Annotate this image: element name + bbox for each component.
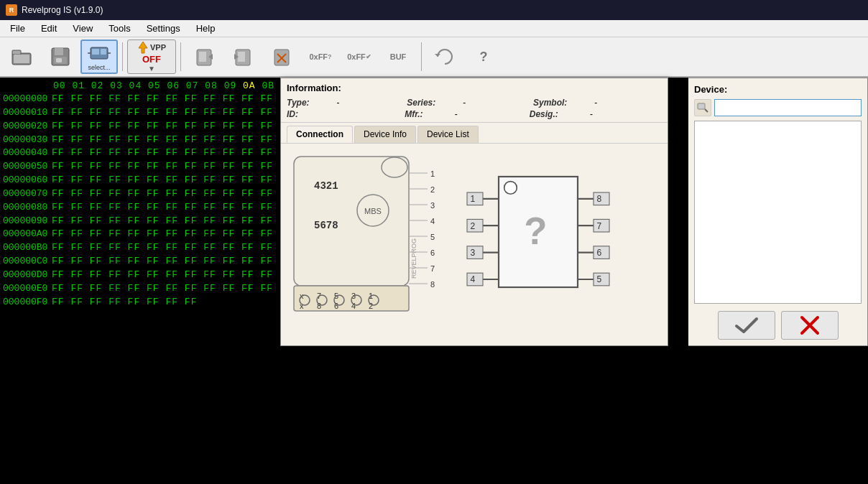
tab-device-info[interactable]: Device Info xyxy=(354,126,416,143)
svg-rect-9 xyxy=(101,49,106,55)
svg-text:6: 6 xyxy=(430,248,435,257)
svg-text:4: 4 xyxy=(470,274,475,284)
menu-help[interactable]: Help xyxy=(189,22,223,35)
read-icon xyxy=(193,47,216,67)
select-icon xyxy=(88,42,111,62)
erase-icon xyxy=(270,47,293,67)
menu-file[interactable]: File xyxy=(3,22,32,35)
verify1-icon: 0xFF? xyxy=(309,47,332,67)
write-icon xyxy=(231,47,254,67)
desig-label: Desig.: xyxy=(530,109,587,119)
toolbar-buf-button[interactable]: BUF xyxy=(379,39,417,74)
tab-device-list[interactable]: Device List xyxy=(417,126,479,143)
hex-addr: 00000060 xyxy=(3,174,52,187)
svg-point-63 xyxy=(504,182,517,195)
hex-addr: 000000A0 xyxy=(3,228,52,241)
svg-rect-4 xyxy=(55,48,63,55)
svg-text:5678: 5678 xyxy=(314,220,338,231)
device-list-area[interactable] xyxy=(694,121,862,304)
toolbar-vpp-button[interactable]: VPP OFF ▼ xyxy=(127,39,176,74)
toolbar-open-button[interactable] xyxy=(3,39,40,74)
hex-addr: 000000D0 xyxy=(3,269,52,282)
menu-view[interactable]: View xyxy=(65,22,100,35)
toolbar-help-button[interactable]: ? xyxy=(465,39,502,74)
save-icon xyxy=(49,47,72,67)
menu-settings[interactable]: Settings xyxy=(139,22,188,35)
symbol-label: Symbol: xyxy=(533,98,591,108)
symbol-value: - xyxy=(594,98,662,108)
series-label: Series: xyxy=(407,98,460,108)
svg-rect-6 xyxy=(56,58,62,62)
toolbar-sep-3 xyxy=(421,42,422,71)
tab-connection[interactable]: Connection xyxy=(287,126,353,143)
toolbar-verify2-button[interactable]: 0xFF✔ xyxy=(341,39,378,74)
svg-text:MBS: MBS xyxy=(364,207,382,215)
type-label: Type: xyxy=(287,98,333,108)
hex-addr: 000000C0 xyxy=(3,255,52,269)
info-row2: ID: Mfr.: - Desig.: - xyxy=(287,109,662,119)
svg-rect-17 xyxy=(238,52,245,62)
menu-tools[interactable]: Tools xyxy=(101,22,137,35)
vpp-label: VPP xyxy=(150,43,166,52)
tab-bar: Connection Device Info Device List xyxy=(281,123,668,144)
svg-marker-22 xyxy=(435,54,440,57)
svg-line-90 xyxy=(705,109,708,112)
hex-addr: 00000090 xyxy=(3,215,52,228)
svg-text:2: 2 xyxy=(430,185,435,194)
hex-addr: 000000B0 xyxy=(3,241,52,255)
device-dialog: Information: Type: - Series: - Symbol: -… xyxy=(280,78,668,346)
svg-text:4321: 4321 xyxy=(314,180,338,192)
help-icon: ? xyxy=(472,47,495,67)
verify2-icon: 0xFF✔ xyxy=(348,47,371,67)
svg-text:3: 3 xyxy=(430,201,435,210)
hex-addr: 00000010 xyxy=(3,106,52,120)
type-value: - xyxy=(336,98,404,108)
info-grid: Type: - Series: - Symbol: - xyxy=(287,98,662,108)
hex-addr: 000000E0 xyxy=(3,282,52,296)
toolbar-verify1-button[interactable]: 0xFF? xyxy=(302,39,339,74)
device-search-input[interactable] xyxy=(714,99,862,116)
device-cancel-button[interactable] xyxy=(781,311,839,340)
svg-text:2: 2 xyxy=(470,221,475,231)
open-icon xyxy=(10,47,33,67)
tab-content: MBS 4321 5678 REVELPROG 1 2 3 4 5 6 7 8 xyxy=(281,144,668,348)
svg-rect-2 xyxy=(14,55,29,63)
svg-text:6: 6 xyxy=(596,248,601,258)
connection-diagram-right: 1 2 3 4 8 7 6 5 ? xyxy=(459,149,617,315)
toolbar-select-button[interactable]: select... xyxy=(80,39,118,74)
device-search-icon[interactable] xyxy=(694,99,711,116)
svg-text:3: 3 xyxy=(470,248,475,258)
info-title: Information: xyxy=(287,83,662,93)
svg-text:REVELPROG: REVELPROG xyxy=(410,238,417,279)
mfr-value: - xyxy=(455,109,527,119)
toolbar: select... VPP OFF ▼ xyxy=(0,37,868,78)
hex-addr: 00000020 xyxy=(3,120,52,134)
svg-rect-1 xyxy=(12,50,21,55)
svg-rect-8 xyxy=(92,49,99,55)
hex-addr: 00000030 xyxy=(3,134,52,147)
svg-text:8: 8 xyxy=(596,194,601,204)
buf-icon: BUF xyxy=(387,47,410,67)
info-section: Information: Type: - Series: - Symbol: -… xyxy=(281,78,668,123)
auto-icon xyxy=(433,47,456,67)
menu-edit[interactable]: Edit xyxy=(34,22,64,35)
toolbar-erase-button[interactable] xyxy=(263,39,300,74)
toolbar-write-button[interactable] xyxy=(224,39,262,74)
vpp-arrow: ▼ xyxy=(148,65,155,73)
select-label: select... xyxy=(88,64,110,71)
toolbar-save-button[interactable] xyxy=(42,39,79,74)
svg-text:5: 5 xyxy=(596,274,601,284)
svg-text:8: 8 xyxy=(430,280,435,289)
svg-rect-89 xyxy=(698,103,705,109)
device-panel-label: Device: xyxy=(694,84,862,95)
toolbar-read-button[interactable] xyxy=(185,39,223,74)
device-ok-button[interactable] xyxy=(718,311,775,340)
svg-marker-12 xyxy=(139,42,147,53)
toolbar-auto-button[interactable] xyxy=(426,39,463,74)
svg-text:1: 1 xyxy=(470,194,475,204)
svg-rect-14 xyxy=(199,52,206,62)
id-label: ID: xyxy=(287,109,327,119)
device-search-row xyxy=(694,99,862,116)
device-panel: Device: xyxy=(688,78,868,346)
svg-text:7: 7 xyxy=(596,221,601,231)
